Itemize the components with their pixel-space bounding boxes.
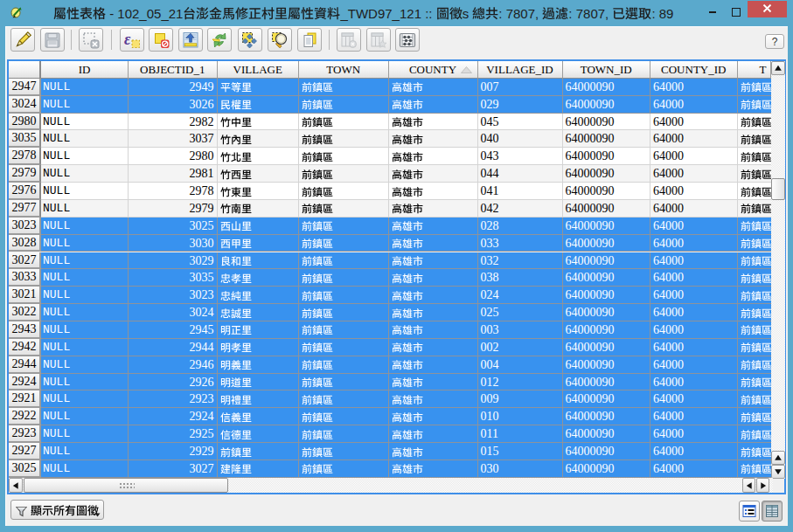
svg-text:ε: ε bbox=[124, 31, 131, 48]
